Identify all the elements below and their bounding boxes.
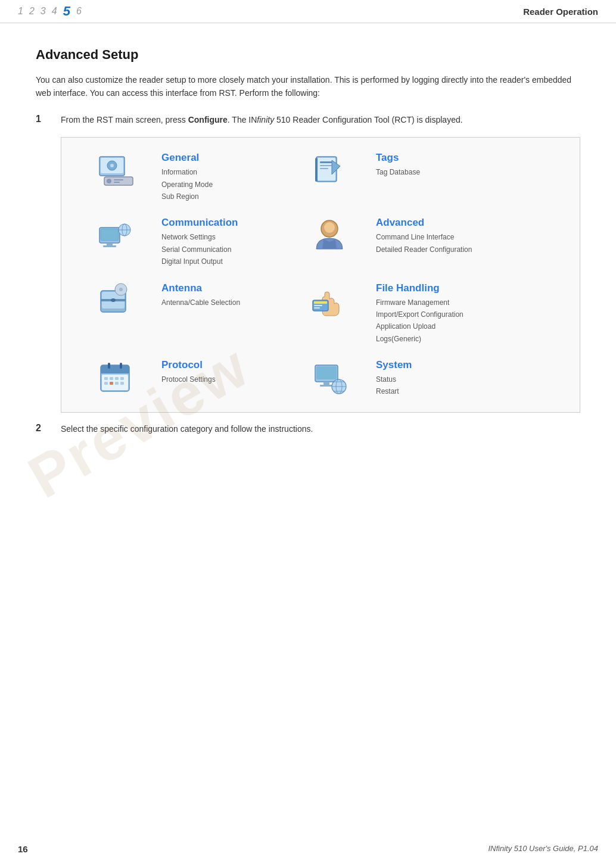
svg-rect-10 xyxy=(320,161,332,163)
finity-italic: finity xyxy=(257,115,274,124)
svg-rect-32 xyxy=(314,305,322,306)
rct-screenshot-box: General Information Operating Mode Sub R… xyxy=(61,137,580,413)
communication-icon xyxy=(73,214,157,257)
step-1-container: 1 From the RST main screen, press Config… xyxy=(36,113,580,126)
antenna-icon xyxy=(73,280,157,323)
svg-point-29 xyxy=(119,288,123,291)
protocol-title: Protocol xyxy=(161,359,283,371)
footer: 16 INfinity 510 User's Guide, P1.04 xyxy=(0,844,616,854)
svg-point-5 xyxy=(107,179,111,183)
svg-point-27 xyxy=(111,298,116,302)
main-content: Advanced Setup You can also customize th… xyxy=(0,23,616,459)
file-handling-item-1[interactable]: Firmware Management xyxy=(376,297,497,309)
nav-num-5-active[interactable]: 5 xyxy=(63,4,70,19)
file-handling-item-2[interactable]: Import/Export Configuration xyxy=(376,309,497,320)
nav-num-1[interactable]: 1 xyxy=(18,6,23,17)
general-item-2[interactable]: Operating Mode xyxy=(161,179,283,191)
system-section: System Status Restart xyxy=(371,357,502,400)
file-handling-section: File Handling Firmware Management Import… xyxy=(371,280,502,348)
svg-rect-31 xyxy=(314,301,327,304)
header-nav: 1 2 3 4 5 6 Reader Operation xyxy=(0,0,616,23)
svg-point-3 xyxy=(110,164,114,167)
advanced-item-2[interactable]: Detailed Reader Configuration xyxy=(376,244,497,256)
protocol-item-1[interactable]: Protocol Settings xyxy=(161,373,283,385)
step-1-number: 1 xyxy=(36,114,50,126)
svg-rect-38 xyxy=(104,377,108,380)
svg-rect-49 xyxy=(316,366,337,379)
step-2-text: Select the specific configuration catego… xyxy=(61,422,313,435)
svg-rect-46 xyxy=(108,363,110,369)
antenna-section: Antenna Antenna/Cable Selection xyxy=(157,280,288,311)
svg-rect-6 xyxy=(114,179,123,180)
svg-rect-13 xyxy=(315,158,318,182)
svg-rect-44 xyxy=(115,382,119,385)
advanced-icon xyxy=(288,214,371,257)
svg-rect-11 xyxy=(320,165,332,166)
svg-rect-12 xyxy=(320,168,328,169)
system-item-2[interactable]: Restart xyxy=(376,385,497,397)
svg-rect-51 xyxy=(320,385,333,387)
tags-item-1[interactable]: Tag Database xyxy=(376,166,497,178)
nav-numbers: 1 2 3 4 5 6 xyxy=(18,4,82,19)
configure-bold: Configure xyxy=(188,115,228,124)
advanced-section: Advanced Command Line Interface Detailed… xyxy=(371,214,502,258)
file-handling-icon xyxy=(288,280,371,323)
step-2-container: 2 Select the specific configuration cate… xyxy=(36,422,580,435)
tags-title: Tags xyxy=(376,152,497,164)
svg-rect-42 xyxy=(104,382,108,385)
general-item-3[interactable]: Sub Region xyxy=(161,191,283,203)
protocol-section: Protocol Protocol Settings xyxy=(157,357,288,388)
communication-title: Communication xyxy=(161,217,283,229)
communication-item-3[interactable]: Digital Input Output xyxy=(161,256,283,267)
svg-rect-15 xyxy=(101,229,119,241)
page-title: Advanced Setup xyxy=(36,47,580,63)
nav-num-3[interactable]: 3 xyxy=(41,6,46,17)
tags-icon xyxy=(288,149,371,192)
nav-num-4[interactable]: 4 xyxy=(52,6,57,17)
header-title: Reader Operation xyxy=(523,7,598,17)
intro-paragraph: You can also customize the reader setup … xyxy=(36,73,580,100)
svg-rect-40 xyxy=(115,377,119,380)
footer-guide-text: INfinity 510 User's Guide, P1.04 xyxy=(488,844,598,854)
svg-rect-17 xyxy=(107,243,113,245)
general-item-1[interactable]: Information xyxy=(161,166,283,178)
svg-rect-41 xyxy=(120,377,124,380)
communication-section: Communication Network Settings Serial Co… xyxy=(157,214,288,270)
communication-item-2[interactable]: Serial Communication xyxy=(161,244,283,256)
general-section: General Information Operating Mode Sub R… xyxy=(157,149,288,205)
svg-rect-43 xyxy=(110,382,113,385)
nav-num-2[interactable]: 2 xyxy=(29,6,35,17)
general-title: General xyxy=(161,152,283,164)
svg-rect-50 xyxy=(323,382,329,385)
general-icon xyxy=(73,149,157,192)
advanced-title: Advanced xyxy=(376,217,497,229)
antenna-title: Antenna xyxy=(161,282,283,294)
system-icon xyxy=(288,357,371,400)
file-handling-item-3[interactable]: Application Upload xyxy=(376,320,497,332)
svg-rect-36 xyxy=(101,371,129,373)
svg-point-23 xyxy=(324,222,335,233)
svg-rect-7 xyxy=(114,182,120,183)
advanced-item-1[interactable]: Command Line Interface xyxy=(376,231,497,243)
protocol-icon xyxy=(73,357,157,400)
file-handling-title: File Handling xyxy=(376,282,497,294)
system-item-1[interactable]: Status xyxy=(376,373,497,385)
svg-rect-18 xyxy=(103,245,116,247)
step-2-number: 2 xyxy=(36,423,50,435)
antenna-item-1[interactable]: Antenna/Cable Selection xyxy=(161,297,283,309)
file-handling-item-4[interactable]: Logs(Generic) xyxy=(376,333,497,345)
nav-num-6[interactable]: 6 xyxy=(76,6,82,17)
tags-section: Tags Tag Database xyxy=(371,149,502,180)
system-title: System xyxy=(376,359,497,371)
communication-item-1[interactable]: Network Settings xyxy=(161,231,283,243)
step-1-text: From the RST main screen, press Configur… xyxy=(61,113,463,126)
svg-rect-45 xyxy=(120,382,124,385)
svg-rect-47 xyxy=(120,363,122,369)
svg-rect-33 xyxy=(314,307,320,309)
footer-page-num: 16 xyxy=(18,844,28,854)
svg-rect-39 xyxy=(110,377,113,380)
